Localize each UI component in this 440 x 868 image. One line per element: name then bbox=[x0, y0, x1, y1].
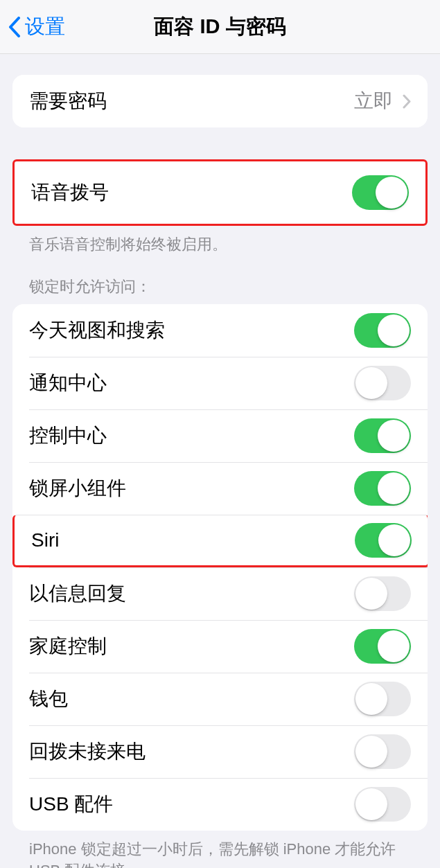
return-missed-calls-label: 回拨未接来电 bbox=[29, 738, 146, 765]
chevron-right-icon bbox=[403, 94, 411, 109]
reply-message-toggle[interactable] bbox=[354, 576, 411, 611]
reply-message-row: 以信息回复 bbox=[29, 567, 428, 620]
require-passcode-row[interactable]: 需要密码 立即 bbox=[12, 75, 428, 127]
usb-note: iPhone 锁定超过一小时后，需先解锁 iPhone 才能允许 USB 配件连… bbox=[12, 831, 428, 868]
voice-dial-group: 语音拨号 bbox=[12, 159, 428, 226]
lock-widgets-toggle[interactable] bbox=[354, 471, 411, 506]
control-center-row: 控制中心 bbox=[29, 409, 428, 462]
voice-dial-note: 音乐语音控制将始终被启用。 bbox=[12, 226, 428, 256]
return-missed-calls-row: 回拨未接来电 bbox=[29, 725, 428, 778]
notification-center-label: 通知中心 bbox=[29, 370, 107, 396]
notification-center-row: 通知中心 bbox=[29, 357, 428, 409]
home-control-label: 家庭控制 bbox=[29, 633, 107, 659]
wallet-toggle[interactable] bbox=[354, 682, 411, 716]
siri-row: Siri bbox=[12, 515, 428, 567]
require-passcode-value: 立即 bbox=[354, 88, 393, 114]
voice-dial-toggle[interactable] bbox=[352, 175, 409, 210]
home-control-toggle[interactable] bbox=[354, 629, 411, 664]
page-title: 面容 ID 与密码 bbox=[154, 13, 285, 41]
usb-accessories-toggle[interactable] bbox=[354, 787, 411, 822]
passcode-group: 需要密码 立即 bbox=[12, 75, 428, 127]
home-control-row: 家庭控制 bbox=[29, 620, 428, 673]
wallet-label: 钱包 bbox=[29, 686, 68, 712]
notification-center-toggle[interactable] bbox=[354, 366, 411, 400]
toggle-knob bbox=[376, 177, 407, 209]
siri-toggle[interactable] bbox=[355, 523, 412, 558]
wallet-row: 钱包 bbox=[29, 673, 428, 725]
back-label: 设置 bbox=[25, 13, 65, 41]
voice-dial-label: 语音拨号 bbox=[31, 179, 109, 206]
chevron-left-icon bbox=[8, 17, 21, 37]
lock-widgets-row: 锁屏小组件 bbox=[29, 462, 428, 515]
back-button[interactable]: 设置 bbox=[8, 13, 65, 41]
nav-bar: 设置 面容 ID 与密码 bbox=[0, 0, 440, 54]
today-view-toggle[interactable] bbox=[354, 313, 411, 348]
siri-label: Siri bbox=[31, 529, 59, 551]
usb-accessories-label: USB 配件 bbox=[29, 791, 113, 817]
locked-access-header: 锁定时允许访问： bbox=[12, 276, 428, 304]
control-center-toggle[interactable] bbox=[354, 418, 411, 453]
return-missed-calls-toggle[interactable] bbox=[354, 734, 411, 769]
control-center-label: 控制中心 bbox=[29, 423, 107, 449]
today-view-label: 今天视图和搜索 bbox=[29, 317, 165, 344]
lock-widgets-label: 锁屏小组件 bbox=[29, 475, 126, 502]
usb-accessories-row: USB 配件 bbox=[29, 778, 428, 831]
reply-message-label: 以信息回复 bbox=[29, 581, 126, 607]
require-passcode-label: 需要密码 bbox=[29, 88, 107, 114]
locked-access-group: 今天视图和搜索 通知中心 控制中心 锁屏小组件 Siri 以信息回复 家庭控制 bbox=[12, 304, 428, 831]
voice-dial-row: 语音拨号 bbox=[15, 161, 425, 224]
today-view-row: 今天视图和搜索 bbox=[12, 304, 428, 357]
